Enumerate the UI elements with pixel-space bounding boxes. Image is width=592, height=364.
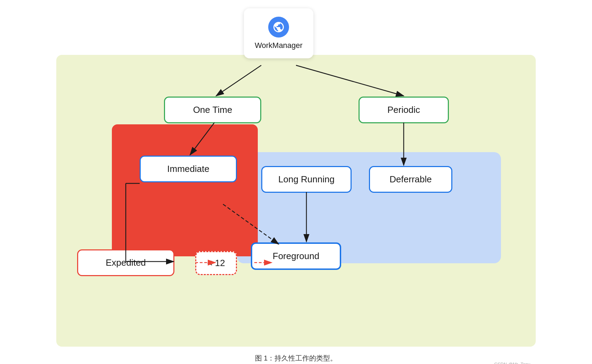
workmanager-label: WorkManager (255, 41, 303, 50)
globe-svg (272, 21, 285, 33)
expedited-box: Expedited (77, 249, 174, 276)
svg-line-3 (216, 65, 261, 96)
periodic-box: Periodic (359, 97, 449, 123)
one-time-box: One Time (164, 97, 261, 123)
diagram-area: One Time Periodic Immediate Long Running… (56, 55, 536, 347)
immediate-box: Immediate (140, 156, 237, 182)
outer-container: WorkManager One Time Periodic Immediate … (0, 7, 592, 364)
workmanager-node: WorkManager (244, 8, 313, 58)
orange-region (112, 124, 258, 256)
svg-line-4 (296, 65, 404, 96)
csdn-watermark: CSDN @Mr_Tony (51, 362, 530, 364)
foreground-box: Foreground (251, 242, 341, 270)
globe-icon (268, 17, 289, 38)
long-running-box: Long Running (261, 166, 352, 193)
deferrable-box: Deferrable (369, 166, 452, 193)
less-than-12-box: < 12 (195, 251, 237, 275)
